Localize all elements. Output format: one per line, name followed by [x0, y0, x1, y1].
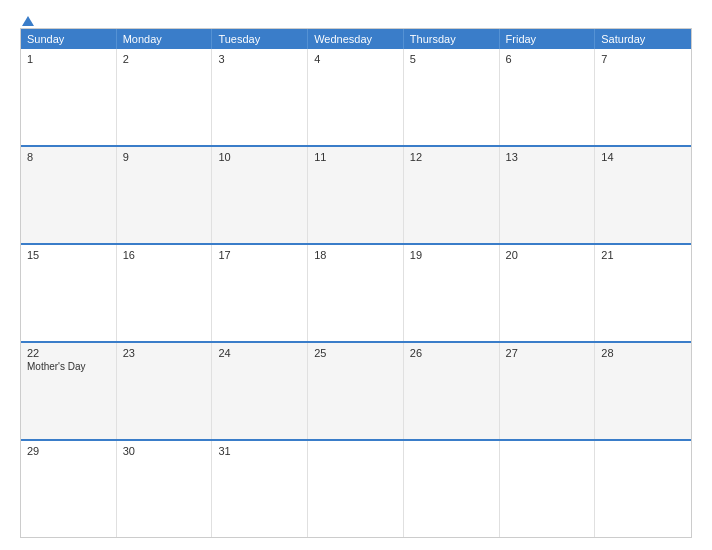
day-number: 30 [123, 445, 206, 457]
day-number: 25 [314, 347, 397, 359]
day-number: 17 [218, 249, 301, 261]
day-number: 4 [314, 53, 397, 65]
day-number: 20 [506, 249, 589, 261]
cal-cell: 17 [212, 245, 308, 341]
day-number: 16 [123, 249, 206, 261]
cal-cell: 20 [500, 245, 596, 341]
cal-week-5: 293031 [21, 439, 691, 537]
cal-cell: 16 [117, 245, 213, 341]
logo [20, 18, 34, 28]
cal-cell: 30 [117, 441, 213, 537]
cal-header-cell-saturday: Saturday [595, 29, 691, 49]
cal-cell [404, 441, 500, 537]
page: SundayMondayTuesdayWednesdayThursdayFrid… [0, 0, 712, 550]
day-number: 5 [410, 53, 493, 65]
cal-cell: 11 [308, 147, 404, 243]
cal-cell: 6 [500, 49, 596, 145]
cal-cell: 24 [212, 343, 308, 439]
day-number: 13 [506, 151, 589, 163]
event-label: Mother's Day [27, 361, 110, 372]
day-number: 6 [506, 53, 589, 65]
day-number: 31 [218, 445, 301, 457]
day-number: 11 [314, 151, 397, 163]
cal-cell: 21 [595, 245, 691, 341]
cal-week-1: 1234567 [21, 49, 691, 145]
cal-header-cell-thursday: Thursday [404, 29, 500, 49]
cal-cell [595, 441, 691, 537]
cal-cell [500, 441, 596, 537]
day-number: 9 [123, 151, 206, 163]
day-number: 12 [410, 151, 493, 163]
day-number: 28 [601, 347, 685, 359]
day-number: 3 [218, 53, 301, 65]
day-number: 23 [123, 347, 206, 359]
cal-cell: 19 [404, 245, 500, 341]
cal-cell [308, 441, 404, 537]
cal-cell: 29 [21, 441, 117, 537]
day-number: 1 [27, 53, 110, 65]
calendar: SundayMondayTuesdayWednesdayThursdayFrid… [20, 28, 692, 538]
cal-header-cell-sunday: Sunday [21, 29, 117, 49]
cal-week-3: 15161718192021 [21, 243, 691, 341]
cal-cell: 15 [21, 245, 117, 341]
cal-cell: 7 [595, 49, 691, 145]
cal-cell: 28 [595, 343, 691, 439]
cal-cell: 26 [404, 343, 500, 439]
day-number: 29 [27, 445, 110, 457]
calendar-body: 12345678910111213141516171819202122Mothe… [21, 49, 691, 537]
day-number: 14 [601, 151, 685, 163]
calendar-header-row: SundayMondayTuesdayWednesdayThursdayFrid… [21, 29, 691, 49]
cal-cell: 27 [500, 343, 596, 439]
cal-week-4: 22Mother's Day232425262728 [21, 341, 691, 439]
cal-cell: 1 [21, 49, 117, 145]
day-number: 15 [27, 249, 110, 261]
cal-cell: 25 [308, 343, 404, 439]
cal-cell: 13 [500, 147, 596, 243]
day-number: 2 [123, 53, 206, 65]
cal-header-cell-monday: Monday [117, 29, 213, 49]
cal-cell: 14 [595, 147, 691, 243]
day-number: 27 [506, 347, 589, 359]
day-number: 10 [218, 151, 301, 163]
cal-cell: 23 [117, 343, 213, 439]
cal-cell: 5 [404, 49, 500, 145]
day-number: 26 [410, 347, 493, 359]
cal-cell: 10 [212, 147, 308, 243]
logo-triangle-icon [22, 16, 34, 26]
cal-cell: 31 [212, 441, 308, 537]
cal-cell: 2 [117, 49, 213, 145]
cal-week-2: 891011121314 [21, 145, 691, 243]
day-number: 8 [27, 151, 110, 163]
day-number: 18 [314, 249, 397, 261]
cal-cell: 18 [308, 245, 404, 341]
cal-header-cell-friday: Friday [500, 29, 596, 49]
day-number: 24 [218, 347, 301, 359]
day-number: 7 [601, 53, 685, 65]
cal-cell: 8 [21, 147, 117, 243]
cal-cell: 3 [212, 49, 308, 145]
cal-header-cell-wednesday: Wednesday [308, 29, 404, 49]
day-number: 22 [27, 347, 110, 359]
day-number: 19 [410, 249, 493, 261]
cal-header-cell-tuesday: Tuesday [212, 29, 308, 49]
cal-cell: 12 [404, 147, 500, 243]
cal-cell: 22Mother's Day [21, 343, 117, 439]
day-number: 21 [601, 249, 685, 261]
cal-cell: 4 [308, 49, 404, 145]
cal-cell: 9 [117, 147, 213, 243]
